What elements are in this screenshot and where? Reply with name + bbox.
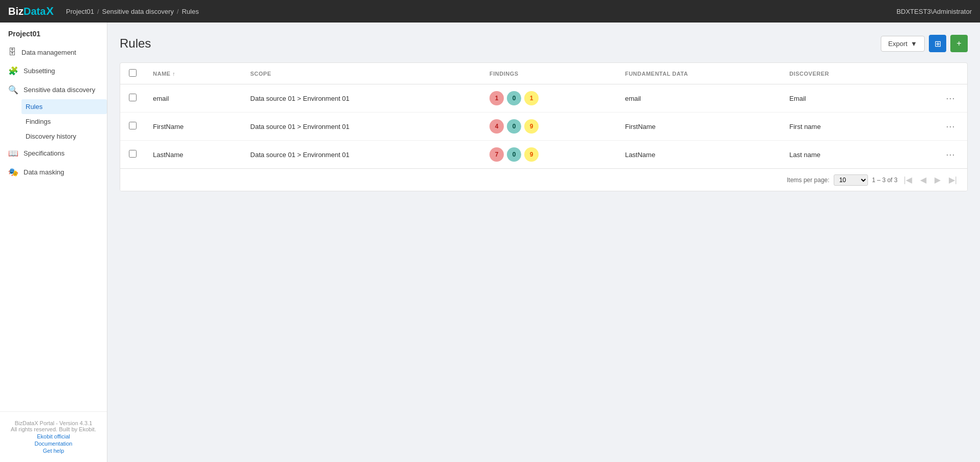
footer-version: BizDataX Portal - Version 4.3.1 bbox=[8, 420, 99, 426]
sidebar-item-data-management[interactable]: 🗄 Data management bbox=[0, 43, 107, 61]
sidebar-item-label-sensitive-data-discovery: Sensitive data discovery bbox=[24, 86, 95, 94]
th-fundamental-data[interactable]: FUNDAMENTAL DATA bbox=[617, 63, 781, 84]
row-findings: 101 bbox=[481, 84, 617, 113]
row-fundamental-data: FirstName bbox=[617, 113, 781, 141]
footer-link-ekobit[interactable]: Ekobit official bbox=[8, 433, 99, 439]
export-dropdown-icon: ▼ bbox=[910, 40, 917, 48]
th-checkbox bbox=[120, 63, 145, 84]
sidebar-sub-label-rules: Rules bbox=[26, 103, 42, 111]
th-scope[interactable]: SCOPE bbox=[242, 63, 481, 84]
grid-view-button[interactable]: ⊞ bbox=[929, 35, 946, 52]
sidebar-item-specifications[interactable]: 📖 Specifications bbox=[0, 144, 107, 163]
next-page-button[interactable]: ▶ bbox=[932, 174, 943, 186]
th-name[interactable]: NAME ↑ bbox=[145, 63, 242, 84]
th-actions bbox=[897, 63, 967, 84]
row-scope: Data source 01 > Environment 01 bbox=[242, 113, 481, 141]
last-page-button[interactable]: ▶| bbox=[947, 174, 959, 186]
logo-x: X bbox=[46, 5, 54, 17]
findings-badge-1: 0 bbox=[507, 91, 521, 105]
table-header-row: NAME ↑ SCOPE FINDINGS FUNDAMENTAL DATA D bbox=[120, 63, 967, 84]
more-actions-button-1[interactable]: ⋯ bbox=[942, 119, 959, 134]
sidebar-item-discovery-history[interactable]: Discovery history bbox=[21, 129, 107, 144]
sidebar-item-label-subsetting: Subsetting bbox=[24, 67, 55, 75]
data-masking-icon: 🎭 bbox=[8, 167, 18, 177]
breadcrumb-sep-1: / bbox=[97, 8, 99, 15]
table-row: FirstNameData source 01 > Environment 01… bbox=[120, 113, 967, 141]
sidebar-item-label-data-management: Data management bbox=[21, 49, 76, 56]
sidebar-project-name: Project01 bbox=[0, 23, 107, 43]
export-label: Export bbox=[888, 40, 908, 48]
findings-badge-0: 4 bbox=[489, 119, 504, 134]
sidebar-item-data-masking[interactable]: 🎭 Data masking bbox=[0, 163, 107, 182]
row-findings: 409 bbox=[481, 113, 617, 141]
sidebar-item-rules[interactable]: Rules bbox=[21, 99, 107, 114]
items-per-page-select[interactable]: 102550100 bbox=[834, 174, 868, 186]
th-discoverer[interactable]: DISCOVERER bbox=[781, 63, 897, 84]
more-actions-button-0[interactable]: ⋯ bbox=[942, 91, 959, 106]
prev-page-button[interactable]: ◀ bbox=[918, 174, 928, 186]
top-navigation: BizDataX Project01 / Sensitive data disc… bbox=[0, 0, 980, 23]
row-discoverer: Email bbox=[781, 84, 897, 113]
findings-badge-1: 0 bbox=[507, 119, 521, 134]
rules-table-container: NAME ↑ SCOPE FINDINGS FUNDAMENTAL DATA D bbox=[120, 62, 968, 191]
row-discoverer: Last name bbox=[781, 141, 897, 169]
row-scope: Data source 01 > Environment 01 bbox=[242, 141, 481, 169]
breadcrumb-project[interactable]: Project01 bbox=[66, 8, 94, 15]
user-info: BDXTEST3\Administrator bbox=[897, 8, 972, 15]
row-checkbox-1[interactable] bbox=[129, 122, 137, 129]
row-discoverer: First name bbox=[781, 113, 897, 141]
row-actions: ⋯ bbox=[897, 141, 967, 169]
breadcrumb-sep-2: / bbox=[177, 8, 179, 15]
more-actions-button-2[interactable]: ⋯ bbox=[942, 147, 959, 162]
findings-badge-0: 7 bbox=[489, 147, 504, 162]
row-checkbox-2[interactable] bbox=[129, 150, 137, 158]
select-all-checkbox[interactable] bbox=[129, 69, 137, 77]
add-rule-button[interactable]: + bbox=[950, 35, 968, 52]
subsetting-icon: 🧩 bbox=[8, 66, 18, 76]
export-button[interactable]: Export ▼ bbox=[881, 36, 925, 52]
header-actions: Export ▼ ⊞ + bbox=[881, 35, 968, 52]
row-checkbox-0[interactable] bbox=[129, 94, 137, 101]
rules-table: NAME ↑ SCOPE FINDINGS FUNDAMENTAL DATA D bbox=[120, 63, 967, 168]
table-row: emailData source 01 > Environment 01101e… bbox=[120, 84, 967, 113]
row-fundamental-data: LastName bbox=[617, 141, 781, 169]
row-scope: Data source 01 > Environment 01 bbox=[242, 84, 481, 113]
sidebar-item-findings[interactable]: Findings bbox=[21, 114, 107, 129]
breadcrumb-rules: Rules bbox=[182, 8, 198, 15]
sidebar-item-label-specifications: Specifications bbox=[24, 149, 64, 157]
findings-badge-2: 1 bbox=[524, 91, 539, 105]
row-name: LastName bbox=[145, 141, 242, 169]
row-actions: ⋯ bbox=[897, 113, 967, 141]
pagination-bar: Items per page: 102550100 1 – 3 of 3 |◀ … bbox=[120, 168, 967, 191]
page-range: 1 – 3 of 3 bbox=[872, 177, 898, 184]
breadcrumb-discovery[interactable]: Sensitive data discovery bbox=[102, 8, 174, 15]
table-body: emailData source 01 > Environment 01101e… bbox=[120, 84, 967, 169]
sidebar-footer: BizDataX Portal - Version 4.3.1 All righ… bbox=[0, 411, 107, 462]
sidebar-item-sensitive-data-discovery[interactable]: 🔍 Sensitive data discovery bbox=[0, 80, 107, 99]
footer-link-documentation[interactable]: Documentation bbox=[8, 441, 99, 447]
page-header: Rules Export ▼ ⊞ + bbox=[120, 35, 968, 52]
findings-badge-2: 9 bbox=[524, 147, 539, 162]
grid-icon: ⊞ bbox=[934, 39, 941, 49]
sidebar-item-label-data-masking: Data masking bbox=[24, 168, 64, 176]
table-row: LastNameData source 01 > Environment 017… bbox=[120, 141, 967, 169]
main-layout: Project01 🗄 Data management 🧩 Subsetting… bbox=[0, 23, 980, 462]
findings-badge-2: 9 bbox=[524, 119, 539, 134]
findings-badge-1: 0 bbox=[507, 147, 521, 162]
row-name: FirstName bbox=[145, 113, 242, 141]
main-content: Rules Export ▼ ⊞ + bbox=[107, 23, 980, 462]
logo-text: BizDataX bbox=[8, 5, 54, 18]
th-findings[interactable]: FINDINGS bbox=[481, 63, 617, 84]
data-management-icon: 🗄 bbox=[8, 48, 16, 57]
sidebar-sub-label-findings: Findings bbox=[26, 118, 51, 125]
row-actions: ⋯ bbox=[897, 84, 967, 113]
logo: BizDataX bbox=[8, 5, 54, 18]
sensitive-data-discovery-icon: 🔍 bbox=[8, 85, 18, 95]
first-page-button[interactable]: |◀ bbox=[902, 174, 914, 186]
sidebar-sub-label-discovery-history: Discovery history bbox=[26, 133, 76, 140]
footer-link-help[interactable]: Get help bbox=[8, 448, 99, 454]
items-per-page-label: Items per page: bbox=[787, 177, 829, 184]
sidebar-sub-menu: Rules Findings Discovery history bbox=[0, 99, 107, 144]
row-name: email bbox=[145, 84, 242, 113]
sidebar-item-subsetting[interactable]: 🧩 Subsetting bbox=[0, 61, 107, 80]
